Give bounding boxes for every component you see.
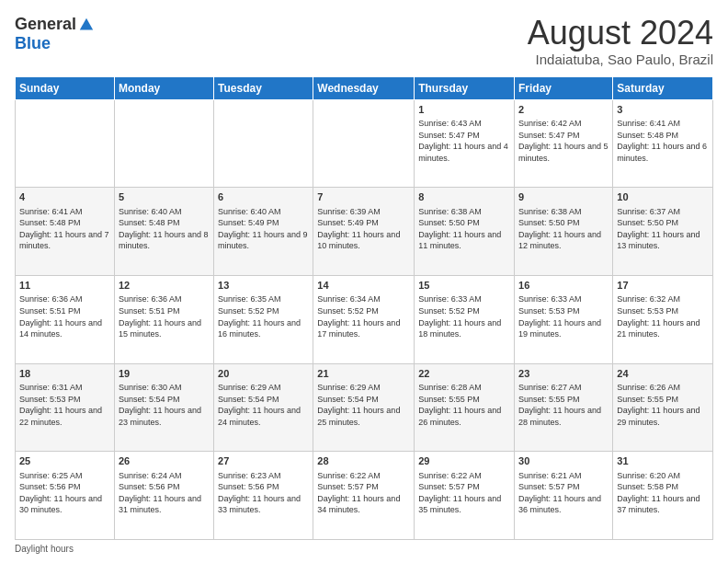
day-number: 30: [518, 454, 609, 468]
day-number: 6: [218, 190, 309, 204]
title-block: August 2024 Indaiatuba, Sao Paulo, Brazi…: [528, 15, 713, 67]
day-number: 12: [119, 279, 210, 293]
svg-marker-0: [80, 17, 93, 29]
week-row-0: 1Sunrise: 6:43 AM Sunset: 5:47 PM Daylig…: [16, 99, 713, 188]
calendar-table: SundayMondayTuesdayWednesdayThursdayFrid…: [15, 76, 713, 540]
day-number: 26: [119, 454, 210, 468]
day-number: 23: [518, 367, 609, 381]
day-number: 16: [518, 279, 609, 293]
calendar-cell: 16Sunrise: 6:33 AM Sunset: 5:53 PM Dayli…: [515, 275, 613, 363]
day-number: 21: [317, 367, 410, 381]
day-info: Sunrise: 6:38 AM Sunset: 5:50 PM Dayligh…: [418, 206, 510, 252]
day-info: Sunrise: 6:31 AM Sunset: 5:53 PM Dayligh…: [19, 382, 110, 428]
day-number: 2: [518, 103, 609, 117]
day-info: Sunrise: 6:33 AM Sunset: 5:52 PM Dayligh…: [418, 293, 510, 339]
calendar-cell: 6Sunrise: 6:40 AM Sunset: 5:49 PM Daylig…: [214, 188, 313, 276]
day-number: 4: [19, 190, 110, 204]
calendar-cell: 22Sunrise: 6:28 AM Sunset: 5:55 PM Dayli…: [415, 363, 515, 452]
logo-blue-text: Blue: [15, 34, 51, 53]
day-number: 25: [19, 454, 110, 468]
calendar-cell: 31Sunrise: 6:20 AM Sunset: 5:58 PM Dayli…: [613, 452, 713, 540]
calendar-cell: 18Sunrise: 6:31 AM Sunset: 5:53 PM Dayli…: [16, 363, 115, 452]
day-info: Sunrise: 6:40 AM Sunset: 5:49 PM Dayligh…: [218, 206, 309, 252]
day-info: Sunrise: 6:25 AM Sunset: 5:56 PM Dayligh…: [19, 470, 110, 516]
header-day-monday: Monday: [114, 76, 213, 99]
day-info: Sunrise: 6:33 AM Sunset: 5:53 PM Dayligh…: [518, 293, 609, 339]
day-number: 13: [218, 279, 309, 293]
calendar-cell: 12Sunrise: 6:36 AM Sunset: 5:51 PM Dayli…: [114, 275, 213, 363]
week-row-4: 25Sunrise: 6:25 AM Sunset: 5:56 PM Dayli…: [16, 452, 713, 540]
calendar-cell: 9Sunrise: 6:38 AM Sunset: 5:50 PM Daylig…: [515, 188, 613, 276]
day-number: 19: [119, 367, 210, 381]
day-number: 1: [418, 103, 510, 117]
day-number: 31: [617, 454, 709, 468]
page: General Blue August 2024 Indaiatuba, Sao…: [0, 0, 728, 563]
day-number: 9: [518, 190, 609, 204]
day-number: 14: [317, 279, 410, 293]
title-location: Indaiatuba, Sao Paulo, Brazil: [528, 52, 713, 67]
footer-note: Daylight hours: [15, 544, 713, 554]
day-number: 24: [617, 367, 709, 381]
calendar-cell: 20Sunrise: 6:29 AM Sunset: 5:54 PM Dayli…: [214, 363, 313, 452]
day-number: 28: [317, 454, 410, 468]
daylight-label: Daylight hours: [15, 544, 74, 554]
calendar-cell: 1Sunrise: 6:43 AM Sunset: 5:47 PM Daylig…: [415, 99, 515, 188]
week-row-1: 4Sunrise: 6:41 AM Sunset: 5:48 PM Daylig…: [16, 188, 713, 276]
header-day-saturday: Saturday: [613, 76, 713, 99]
day-info: Sunrise: 6:39 AM Sunset: 5:49 PM Dayligh…: [317, 206, 410, 252]
calendar-cell: [114, 99, 213, 188]
week-row-3: 18Sunrise: 6:31 AM Sunset: 5:53 PM Dayli…: [16, 363, 713, 452]
day-number: 20: [218, 367, 309, 381]
day-info: Sunrise: 6:32 AM Sunset: 5:53 PM Dayligh…: [617, 293, 709, 339]
day-number: 8: [418, 190, 510, 204]
calendar-cell: [16, 99, 115, 188]
header-day-friday: Friday: [515, 76, 613, 99]
calendar-cell: 17Sunrise: 6:32 AM Sunset: 5:53 PM Dayli…: [613, 275, 713, 363]
day-number: 22: [418, 367, 510, 381]
header-day-tuesday: Tuesday: [214, 76, 313, 99]
day-info: Sunrise: 6:27 AM Sunset: 5:55 PM Dayligh…: [518, 382, 609, 428]
week-row-2: 11Sunrise: 6:36 AM Sunset: 5:51 PM Dayli…: [16, 275, 713, 363]
calendar-cell: [313, 99, 415, 188]
header-day-wednesday: Wednesday: [313, 76, 415, 99]
header-day-thursday: Thursday: [415, 76, 515, 99]
calendar-cell: 26Sunrise: 6:24 AM Sunset: 5:56 PM Dayli…: [114, 452, 213, 540]
day-info: Sunrise: 6:42 AM Sunset: 5:47 PM Dayligh…: [518, 118, 609, 164]
day-info: Sunrise: 6:21 AM Sunset: 5:57 PM Dayligh…: [518, 470, 609, 516]
day-number: 7: [317, 190, 410, 204]
calendar-cell: 24Sunrise: 6:26 AM Sunset: 5:55 PM Dayli…: [613, 363, 713, 452]
logo-icon: [78, 17, 95, 33]
day-number: 17: [617, 279, 709, 293]
calendar-cell: 19Sunrise: 6:30 AM Sunset: 5:54 PM Dayli…: [114, 363, 213, 452]
calendar-cell: 14Sunrise: 6:34 AM Sunset: 5:52 PM Dayli…: [313, 275, 415, 363]
calendar-cell: 8Sunrise: 6:38 AM Sunset: 5:50 PM Daylig…: [415, 188, 515, 276]
calendar-cell: 27Sunrise: 6:23 AM Sunset: 5:56 PM Dayli…: [214, 452, 313, 540]
day-number: 5: [119, 190, 210, 204]
calendar-cell: 23Sunrise: 6:27 AM Sunset: 5:55 PM Dayli…: [515, 363, 613, 452]
calendar-cell: 15Sunrise: 6:33 AM Sunset: 5:52 PM Dayli…: [415, 275, 515, 363]
day-info: Sunrise: 6:36 AM Sunset: 5:51 PM Dayligh…: [119, 293, 210, 339]
calendar-cell: 30Sunrise: 6:21 AM Sunset: 5:57 PM Dayli…: [515, 452, 613, 540]
logo-general-text: General: [15, 15, 76, 34]
day-number: 27: [218, 454, 309, 468]
header-day-sunday: Sunday: [16, 76, 115, 99]
day-number: 18: [19, 367, 110, 381]
day-number: 3: [617, 103, 709, 117]
calendar-cell: [214, 99, 313, 188]
day-info: Sunrise: 6:22 AM Sunset: 5:57 PM Dayligh…: [418, 470, 510, 516]
day-info: Sunrise: 6:43 AM Sunset: 5:47 PM Dayligh…: [418, 118, 510, 164]
calendar-cell: 10Sunrise: 6:37 AM Sunset: 5:50 PM Dayli…: [613, 188, 713, 276]
day-info: Sunrise: 6:38 AM Sunset: 5:50 PM Dayligh…: [518, 206, 609, 252]
day-info: Sunrise: 6:29 AM Sunset: 5:54 PM Dayligh…: [317, 382, 410, 428]
day-info: Sunrise: 6:26 AM Sunset: 5:55 PM Dayligh…: [617, 382, 709, 428]
day-info: Sunrise: 6:24 AM Sunset: 5:56 PM Dayligh…: [119, 470, 210, 516]
title-month: August 2024: [528, 15, 713, 52]
calendar-cell: 3Sunrise: 6:41 AM Sunset: 5:48 PM Daylig…: [613, 99, 713, 188]
calendar-cell: 29Sunrise: 6:22 AM Sunset: 5:57 PM Dayli…: [415, 452, 515, 540]
day-info: Sunrise: 6:20 AM Sunset: 5:58 PM Dayligh…: [617, 470, 709, 516]
header: General Blue August 2024 Indaiatuba, Sao…: [15, 15, 713, 67]
calendar-cell: 5Sunrise: 6:40 AM Sunset: 5:48 PM Daylig…: [114, 188, 213, 276]
calendar-cell: 21Sunrise: 6:29 AM Sunset: 5:54 PM Dayli…: [313, 363, 415, 452]
day-info: Sunrise: 6:41 AM Sunset: 5:48 PM Dayligh…: [617, 118, 709, 164]
logo: General Blue: [15, 15, 95, 53]
